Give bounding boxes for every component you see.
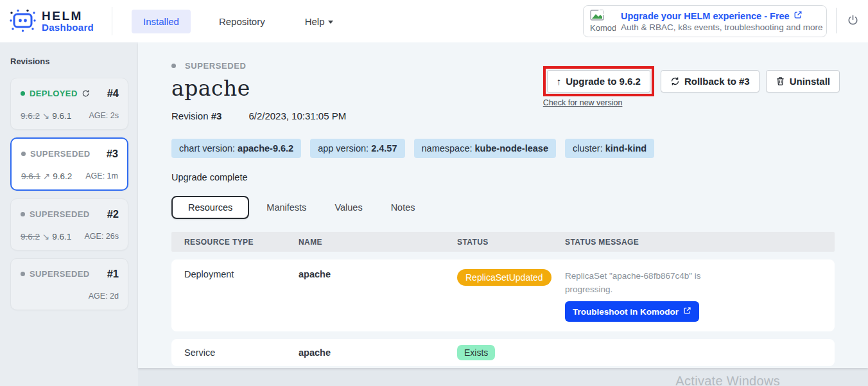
revision-number: #3 <box>107 148 118 160</box>
power-icon[interactable] <box>847 14 859 29</box>
status-badge: ReplicaSetUpdated <box>457 269 551 286</box>
status-cell: ReplicaSetUpdated <box>457 269 565 286</box>
activate-windows-watermark: Activate Windows <box>675 374 780 386</box>
revision-status: SUPERSEDED <box>30 209 90 219</box>
revision-card-1[interactable]: SUPERSEDED #1 AGE: 2d <box>10 258 128 310</box>
name-cell: apache <box>299 269 457 279</box>
version-arrow-icon: ↘ <box>42 231 49 241</box>
revision-number: #1 <box>107 268 119 280</box>
version-arrow-icon: ↗ <box>43 171 50 181</box>
release-status: SUPERSEDED <box>185 61 247 71</box>
status-badge: Exists <box>457 345 495 360</box>
badge-value: kube-node-lease <box>475 143 548 154</box>
tab-notes[interactable]: Notes <box>380 197 426 218</box>
helm-logo-text: HELM Dashboard <box>42 10 94 33</box>
rollback-button[interactable]: Rollback to #3 <box>661 70 759 92</box>
cluster-badge: cluster: kind-kind <box>565 139 654 158</box>
resource-type-cell: Deployment <box>171 269 299 279</box>
revision-age: AGE: 2s <box>89 111 119 120</box>
revision-meta: Revision #3 6/2/2023, 10:31:05 PM <box>171 110 835 121</box>
power-divider <box>836 8 837 33</box>
up-arrow-icon: ↑ <box>557 76 562 87</box>
upgrade-button-label: Upgrade to 9.6.2 <box>566 76 641 87</box>
nav-help-label: Help <box>305 16 325 27</box>
revision-age: AGE: 26s <box>85 232 119 241</box>
rollback-icon <box>670 76 680 86</box>
nav-repository[interactable]: Repository <box>207 10 277 33</box>
badge-value: apache-9.6.2 <box>238 143 293 154</box>
badge-label: app version: <box>318 143 371 154</box>
helm-logo[interactable]: HELM Dashboard <box>0 6 94 36</box>
reload-icon <box>82 89 90 98</box>
banner-text: Upgrade your HELM experience - Free Auth… <box>621 10 820 32</box>
badge-label: namespace: <box>422 143 475 154</box>
app-version-badge: app version: 2.4.57 <box>310 139 404 158</box>
revision-number: #3 <box>211 110 222 121</box>
logo-line2: Dashboard <box>42 22 94 33</box>
revision-age: AGE: 2d <box>89 292 119 301</box>
new-version: 9.6.1 <box>52 232 71 241</box>
badge-label: chart version: <box>179 143 238 154</box>
trash-icon <box>776 76 785 86</box>
upgrade-button[interactable]: ↑ Upgrade to 9.6.2 <box>547 70 650 92</box>
revision-card-2[interactable]: SUPERSEDED #2 9.6.2 ↘ 9.6.1 AGE: 26s <box>10 198 128 250</box>
namespace-badge: namespace: kube-node-lease <box>414 139 556 158</box>
upgrade-group: ↑ Upgrade to 9.6.2 Check for new version <box>543 66 654 107</box>
col-status-message: STATUS MESSAGE <box>565 238 835 247</box>
troubleshoot-button-label: Troubleshoot in Komodor <box>573 307 679 317</box>
col-resource-type: RESOURCE TYPE <box>171 238 299 247</box>
status-dot <box>21 152 26 156</box>
release-description: Upgrade complete <box>171 172 835 182</box>
revisions-title: Revisions <box>10 57 128 66</box>
tab-manifests[interactable]: Manifests <box>256 197 317 218</box>
check-new-version-link[interactable]: Check for new version <box>543 98 654 107</box>
revision-number: #4 <box>107 87 119 100</box>
nav-installed[interactable]: Installed <box>132 10 191 33</box>
status-cell: Exists <box>457 345 565 360</box>
status-dot <box>21 212 25 216</box>
banner-subtitle: Auth & RBAC, k8s events, troubleshooting… <box>621 22 820 32</box>
revision-prefix: Revision <box>171 110 211 121</box>
uninstall-button-label: Uninstall <box>790 76 830 87</box>
resource-type-cell: Service <box>171 347 299 358</box>
table-header: RESOURCE TYPE NAME STATUS STATUS MESSAGE <box>171 232 835 252</box>
detail-tabs: Resources Manifests Values Notes <box>171 196 835 219</box>
status-message-line1: ReplicaSet "apache-68fb867c4b" is <box>565 269 835 283</box>
version-arrow-icon: ↘ <box>42 110 49 121</box>
red-annotation-box: ↑ Upgrade to 9.6.2 <box>543 66 654 96</box>
top-bar: HELM Dashboard Installed Repository Help… <box>0 0 868 42</box>
revision-number: #2 <box>107 208 119 220</box>
table-row-deployment: Deployment apache ReplicaSetUpdated Repl… <box>171 259 835 331</box>
new-version: 9.6.2 <box>53 171 72 181</box>
revision-card-4[interactable]: DEPLOYED #4 9.6.2 ↘ 9.6.1 AGE: 2s <box>10 78 128 130</box>
nav-help[interactable]: Help <box>293 10 345 33</box>
banner-title-text: Upgrade your HELM experience - Free <box>621 11 790 21</box>
main-nav: Installed Repository Help <box>132 10 344 33</box>
status-message-line2: progressing. <box>565 283 835 296</box>
badge-value: kind-kind <box>605 143 647 154</box>
komodor-broken-image: Komodor <box>590 10 616 33</box>
helm-dashboard-screen: HELM Dashboard Installed Repository Help… <box>0 0 868 386</box>
chart-version-badge: chart version: apache-9.6.2 <box>171 139 301 158</box>
troubleshoot-komodor-button[interactable]: Troubleshoot in Komodor <box>565 301 699 322</box>
release-badges: chart version: apache-9.6.2 app version:… <box>171 139 835 158</box>
old-version: 9.6.1 <box>21 171 40 181</box>
komodor-promo-banner[interactable]: Komodor Upgrade your HELM experience - F… <box>583 5 827 37</box>
status-dot <box>21 272 25 276</box>
badge-label: cluster: <box>573 143 605 154</box>
tab-resources[interactable]: Resources <box>171 196 249 219</box>
tab-values[interactable]: Values <box>324 197 373 218</box>
revision-card-3-selected[interactable]: SUPERSEDED #3 9.6.1 ↗ 9.6.2 AGE: 1m <box>10 137 128 191</box>
logo-line1: HELM <box>42 10 94 22</box>
external-link-icon <box>794 10 803 21</box>
komodor-image-alt-text: Komodor <box>590 23 616 33</box>
old-version: 9.6.2 <box>21 232 40 241</box>
chevron-down-icon <box>328 21 333 24</box>
revision-status: DEPLOYED <box>30 89 78 98</box>
main-panel: SUPERSEDED apache Revision #3 6/2/2023, … <box>138 42 868 368</box>
rollback-button-label: Rollback to #3 <box>684 76 750 87</box>
banner-title: Upgrade your HELM experience - Free <box>621 10 820 21</box>
revision-status: SUPERSEDED <box>30 269 90 279</box>
old-version: 9.6.2 <box>21 111 40 121</box>
uninstall-button[interactable]: Uninstall <box>766 70 840 92</box>
